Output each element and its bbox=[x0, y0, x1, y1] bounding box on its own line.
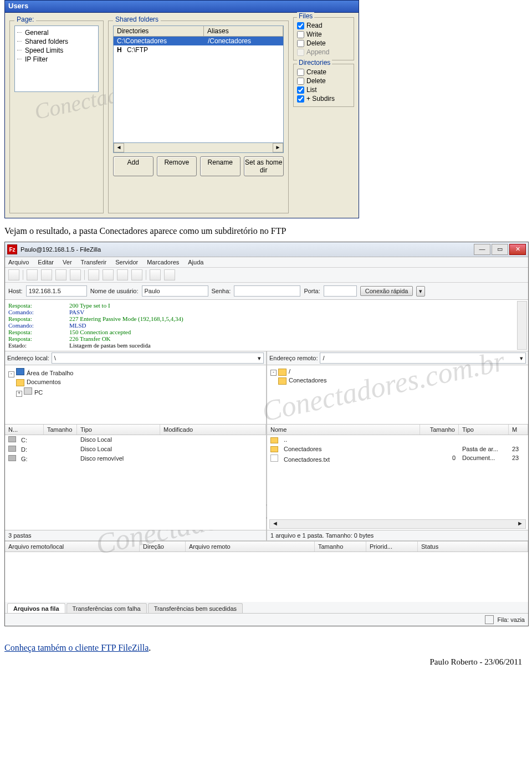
local-file-list[interactable]: N... Tamanho Tipo Modificado C:Disco Loc… bbox=[5, 425, 266, 530]
user-input[interactable]: Paulo bbox=[142, 285, 208, 297]
remote-addr-input[interactable]: /▾ bbox=[320, 353, 526, 364]
list-item[interactable]: G:Disco removível bbox=[5, 454, 266, 463]
queue-col[interactable]: Arquivo remoto/local bbox=[5, 542, 140, 551]
log-pane[interactable]: Resposta:200 Type set to I Comando:PASV … bbox=[5, 300, 528, 351]
menu-servidor[interactable]: Servidor bbox=[115, 259, 138, 265]
queue-col[interactable]: Direção bbox=[140, 542, 186, 551]
add-button[interactable]: Add bbox=[113, 156, 154, 176]
col-type[interactable]: Tipo bbox=[459, 425, 509, 435]
queue-body[interactable] bbox=[5, 552, 528, 602]
menu-ver[interactable]: Ver bbox=[63, 259, 72, 265]
port-input[interactable] bbox=[324, 285, 357, 297]
queue-col[interactable]: Tamanho bbox=[315, 542, 366, 551]
menu-arquivo[interactable]: Arquivo bbox=[8, 259, 29, 265]
page-tree-item[interactable]: IP Filter bbox=[17, 55, 96, 64]
perm-list[interactable]: List bbox=[297, 85, 350, 94]
toolbar-icon[interactable] bbox=[117, 269, 128, 280]
list-item[interactable]: .. bbox=[267, 435, 528, 445]
tab-failed[interactable]: Transferências com falha bbox=[66, 603, 147, 613]
toolbar-icon[interactable] bbox=[88, 269, 99, 280]
perm-delete[interactable]: Delete bbox=[297, 39, 350, 48]
scroll-left-icon[interactable]: ◄ bbox=[114, 143, 124, 152]
checkbox-icon[interactable] bbox=[297, 86, 304, 94]
list-item[interactable]: C:Disco Local bbox=[5, 435, 266, 445]
page-tree-item[interactable]: General bbox=[17, 28, 96, 37]
perm-write[interactable]: Write bbox=[297, 30, 350, 39]
collapse-icon[interactable]: - bbox=[8, 371, 14, 377]
page-tree-item[interactable]: Shared folders bbox=[17, 37, 96, 46]
col-mod[interactable]: M bbox=[509, 425, 528, 435]
checkbox-icon[interactable] bbox=[297, 31, 304, 38]
toolbar-icon[interactable] bbox=[164, 269, 175, 280]
tab-success[interactable]: Transferências bem sucedidas bbox=[148, 603, 243, 613]
remove-button[interactable]: Remove bbox=[157, 156, 197, 176]
remote-tree[interactable]: -/ Conectadores bbox=[267, 365, 528, 425]
toolbar-icon[interactable] bbox=[8, 269, 19, 280]
list-item[interactable]: D:Disco Local bbox=[5, 445, 266, 454]
toolbar-icon[interactable] bbox=[103, 269, 114, 280]
scroll-right-icon[interactable]: ► bbox=[273, 143, 283, 152]
dir-row[interactable]: H C:\FTP bbox=[114, 45, 283, 54]
window-titlebar: Users bbox=[4, 0, 359, 12]
dir-row[interactable]: C:\Conectadores /Conectadores bbox=[114, 37, 283, 45]
toolbar-icon[interactable] bbox=[55, 269, 66, 280]
col-name[interactable]: N... bbox=[5, 425, 44, 435]
maximize-icon[interactable]: ▭ bbox=[492, 244, 508, 255]
checkbox-icon[interactable] bbox=[297, 69, 304, 76]
toolbar-icon[interactable] bbox=[27, 269, 38, 280]
col-mod[interactable]: Modificado bbox=[160, 425, 266, 435]
dir-col-header[interactable]: Directories bbox=[114, 26, 204, 36]
queue-col[interactable]: Status bbox=[418, 542, 528, 551]
minimize-icon[interactable]: — bbox=[474, 244, 490, 255]
perm-create[interactable]: Create bbox=[297, 68, 350, 76]
v-scrollbar[interactable] bbox=[517, 301, 527, 350]
list-item[interactable]: ConectadoresPasta de ar...23 bbox=[267, 445, 528, 454]
chevron-down-icon[interactable]: ▾ bbox=[258, 355, 261, 362]
menu-transferir[interactable]: Transferir bbox=[81, 259, 107, 265]
rename-button[interactable]: Rename bbox=[200, 156, 241, 176]
checkbox-icon[interactable] bbox=[297, 78, 304, 85]
local-tree[interactable]: -Área de Trabalho Documentos +PC bbox=[5, 365, 266, 425]
quickconnect-dropdown-icon[interactable]: ▾ bbox=[416, 286, 425, 297]
caption-text: Vejam o resultado, a pasta Conectadores … bbox=[4, 226, 528, 236]
checkbox-icon[interactable] bbox=[297, 22, 304, 29]
menu-editar[interactable]: Editar bbox=[38, 259, 54, 265]
toolbar-icon[interactable] bbox=[70, 269, 81, 280]
chevron-down-icon[interactable]: ▾ bbox=[520, 355, 523, 362]
page-tree-item[interactable]: Speed Limits bbox=[17, 46, 96, 55]
menu-ajuda[interactable]: Ajuda bbox=[188, 259, 203, 265]
h-scrollbar[interactable]: ◄ ► bbox=[113, 143, 284, 153]
toolbar-icon[interactable] bbox=[41, 269, 52, 280]
perm-read[interactable]: Read bbox=[297, 21, 350, 30]
menu-marcadores[interactable]: Marcadores bbox=[147, 259, 179, 265]
close-icon[interactable]: ✕ bbox=[509, 244, 526, 255]
signature: Paulo Roberto - 23/06/2011 bbox=[0, 657, 522, 667]
local-addr-input[interactable]: \▾ bbox=[52, 353, 264, 364]
directory-list[interactable]: Directories Aliases C:\Conectadores /Con… bbox=[113, 25, 284, 143]
host-input[interactable]: 192.168.1.5 bbox=[26, 285, 87, 297]
col-type[interactable]: Tipo bbox=[77, 425, 160, 435]
quickconnect-button[interactable]: Conexão rápida bbox=[360, 286, 413, 296]
col-size[interactable]: Tamanho bbox=[44, 425, 77, 435]
checkbox-icon[interactable] bbox=[297, 40, 304, 47]
checkbox-icon[interactable] bbox=[297, 95, 304, 103]
toolbar-icon[interactable] bbox=[131, 269, 142, 280]
collapse-icon[interactable]: - bbox=[270, 370, 277, 376]
h-scrollbar[interactable]: ◄► bbox=[269, 519, 526, 529]
tab-queue[interactable]: Arquivos na fila bbox=[7, 603, 65, 613]
list-item[interactable]: Conectadores.txt0Document...23 bbox=[267, 453, 528, 464]
queue-col[interactable]: Priorid... bbox=[366, 542, 418, 551]
col-name[interactable]: Nome bbox=[267, 425, 420, 435]
perm-subdirs[interactable]: + Subdirs bbox=[297, 94, 350, 103]
expand-icon[interactable]: + bbox=[16, 391, 22, 397]
queue-col[interactable]: Arquivo remoto bbox=[186, 542, 315, 551]
filezilla-link[interactable]: Conheça também o cliente FTP FileZilla bbox=[4, 643, 149, 652]
pass-input[interactable] bbox=[234, 285, 300, 297]
perm-dir-delete[interactable]: Delete bbox=[297, 76, 350, 85]
col-size[interactable]: Tamanho bbox=[420, 425, 459, 435]
alias-col-header[interactable]: Aliases bbox=[204, 26, 283, 36]
remote-file-list[interactable]: Nome Tamanho Tipo M .. ConectadoresPasta… bbox=[267, 425, 528, 530]
set-home-button[interactable]: Set as home dir bbox=[244, 156, 284, 176]
toolbar-icon[interactable] bbox=[150, 269, 161, 280]
page-tree[interactable]: General Shared folders Speed Limits IP F… bbox=[14, 25, 99, 92]
